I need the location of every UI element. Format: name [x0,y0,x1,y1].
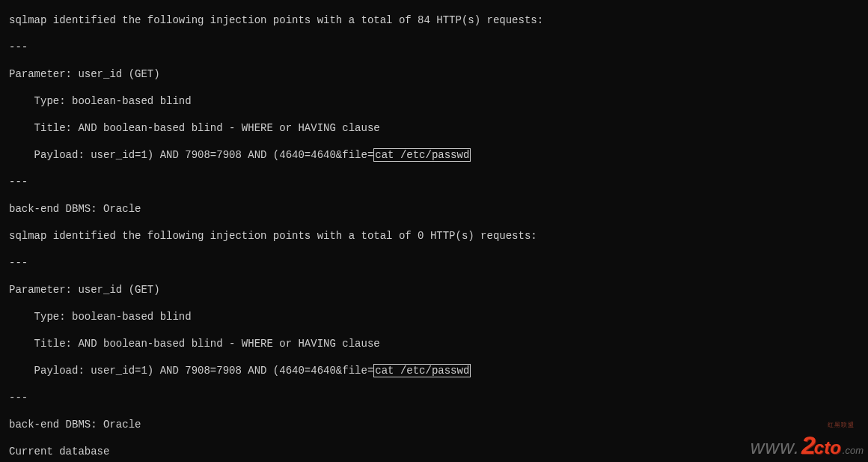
output-line: --- [9,391,859,404]
output-line: Payload: user_id=1) AND 7908=7908 AND (4… [9,148,859,162]
output-line: sqlmap identified the following injectio… [9,13,859,27]
output-line: Parameter: user_id (GET) [9,283,859,297]
output-line: Current database [9,445,859,458]
payload-text: Payload: user_id=1) AND 7908=7908 AND (4… [9,365,373,377]
payload-text: Payload: user_id=1) AND 7908=7908 AND (4… [9,149,373,161]
output-line: back-end DBMS: Oracle [9,202,859,216]
highlight-box: cat /etc/passwd [373,364,471,377]
output-line: Type: boolean-based blind [9,310,859,323]
output-line: Payload: user_id=1) AND 7908=7908 AND (4… [9,364,859,377]
output-line: Title: AND boolean-based blind - WHERE o… [9,121,859,135]
output-line: back-end DBMS: Oracle [9,418,859,431]
output-line: Parameter: user_id (GET) [9,67,859,81]
terminal-output: sqlmap identified the following injectio… [0,0,868,462]
output-line: --- [9,40,859,54]
highlight-box: cat /etc/passwd [373,148,471,162]
output-line: sqlmap identified the following injectio… [9,229,859,243]
output-line: --- [9,175,859,189]
output-line: Type: boolean-based blind [9,94,859,108]
output-line: --- [9,256,859,270]
output-line: Title: AND boolean-based blind - WHERE o… [9,337,859,350]
